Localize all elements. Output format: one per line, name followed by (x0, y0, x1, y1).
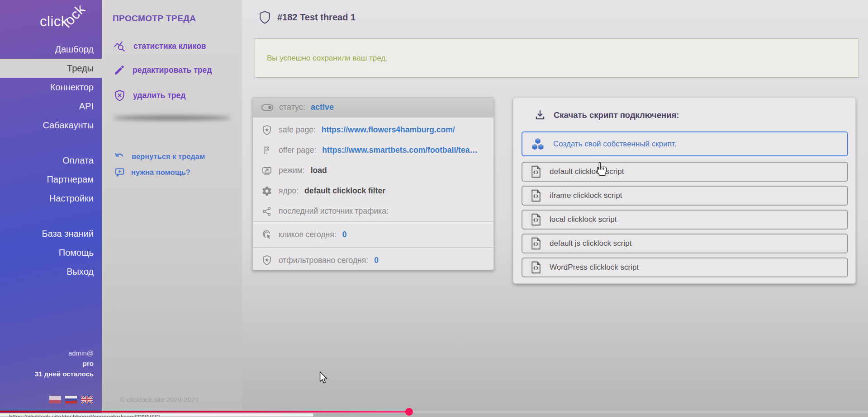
video-progress-handle[interactable] (405, 408, 413, 416)
uk-flag-icon[interactable] (81, 396, 93, 403)
sidebar-item-dashboard[interactable]: Дашборд (0, 40, 102, 59)
sidebar-item-connector[interactable]: Коннектор (0, 78, 102, 97)
gear-icon (261, 186, 273, 197)
account-email: admin@ (0, 348, 94, 358)
default-js-clicklock-script-button[interactable]: default js clicklock script (522, 234, 848, 253)
account-info: admin@ pro 31 дней осталось (0, 348, 102, 379)
delete-thread-label: удалить тред (133, 91, 185, 100)
language-switcher (49, 396, 93, 403)
safe-page-row: safe page: https://www.flowers4hamburg.c… (253, 120, 493, 140)
default-js-clicklock-script-label: default js clicklock script (550, 239, 631, 248)
iframe-clicklock-script-label: iframe clicklock script (550, 191, 622, 200)
status-header: статус: active (253, 98, 493, 117)
sidebar-item-logout[interactable]: Выход (0, 262, 102, 281)
menu-divider-shadow (113, 116, 231, 120)
status-info-rows: safe page: https://www.flowers4hamburg.c… (253, 117, 493, 221)
local-clicklock-script-button[interactable]: local clicklock script (522, 210, 848, 230)
need-help-link[interactable]: нужна помощь? (114, 167, 190, 178)
main-content: #182 Test thread 1 Вы успешно сохранили … (242, 0, 868, 417)
shield-star-icon (261, 125, 273, 136)
video-progress-remaining[interactable] (409, 411, 868, 412)
wordpress-clicklock-script-button[interactable]: WordPress clicklock script (522, 258, 848, 277)
create-own-script-label: Создать свой собственный скрипт. (553, 140, 677, 149)
shield-star-icon (261, 255, 273, 266)
clicklock-logo[interactable]: clicklock (40, 14, 94, 30)
offer-page-row: offer page: https://www.smartbets.com/fo… (253, 140, 493, 160)
account-days-left: 31 дней осталось (0, 369, 94, 379)
sidebar-item-subaccounts[interactable]: Сабакаунты (0, 116, 102, 135)
offer-page-link[interactable]: https://www.smartbets.com/football/tea… (322, 145, 478, 155)
back-to-threads-link[interactable]: вернуться к тредам (114, 151, 205, 162)
success-alert-text: Вы успешно сохранили ваш тред. (267, 54, 388, 63)
sidebar-item-knowledge-base[interactable]: База знаний (0, 224, 102, 243)
wordpress-clicklock-script-label: WordPress clicklock script (550, 263, 639, 272)
click-stats-button[interactable]: статистика кликов (114, 40, 206, 52)
delete-thread-button[interactable]: удалить тред (114, 89, 185, 102)
edit-thread-button[interactable]: редактировать тред (114, 64, 212, 76)
default-clicklock-script-label: default clicklock script (550, 167, 624, 176)
core-value: default clicklock filter (304, 186, 385, 196)
sidebar-nav: Дашборд Треды Коннектор API Сабакаунты О… (0, 40, 102, 281)
sidebar-item-settings[interactable]: Настройки (0, 189, 102, 208)
copyright-footer: © clicklock.site 2020-2021 (120, 396, 199, 403)
share-icon (261, 206, 273, 216)
sidebar-item-threads[interactable]: Треды (0, 59, 102, 78)
sidebar-item-help[interactable]: Помощь (0, 243, 102, 262)
status-label: статус: (279, 103, 305, 112)
clicklock-dashboard: clicklock Дашборд Треды Коннектор API Са… (0, 0, 868, 417)
offer-page-label: offer page: (279, 145, 316, 155)
file-code-icon (531, 165, 541, 178)
download-scripts-header: Скачать скрипт подключения: (534, 109, 679, 121)
download-scripts-title: Скачать скрипт подключения: (554, 110, 679, 120)
download-scripts-card: Скачать скрипт подключения: Создать свой… (513, 97, 856, 284)
mode-row: режим: load (253, 160, 493, 181)
video-progress-played[interactable] (0, 411, 409, 412)
create-own-script-button[interactable]: Создать свой собственный скрипт. (522, 131, 848, 156)
download-icon (534, 109, 546, 121)
poland-flag-icon[interactable] (49, 396, 61, 403)
file-code-icon (531, 189, 541, 202)
status-value: active (311, 103, 334, 112)
file-code-icon (531, 261, 541, 274)
sidebar-item-payment[interactable]: Оплата (0, 151, 102, 170)
filtered-today-row: отфильтровано сегодня: 0 (253, 247, 493, 270)
clicks-today-row: кликов сегодня: 0 (253, 221, 493, 247)
filtered-today-label: отфильтровано сегодня: (279, 256, 368, 265)
status-bar-url-text: https://clicklock.site/dashboard/connect… (9, 413, 160, 417)
back-to-threads-label: вернуться к тредам (132, 152, 205, 161)
sidebar-item-api[interactable]: API (0, 97, 102, 116)
account-plan: pro (0, 358, 94, 369)
core-label: ядро: (279, 186, 299, 196)
screen-arrow-icon (261, 165, 273, 176)
cubes-icon (531, 137, 545, 151)
iframe-clicklock-script-button[interactable]: iframe clicklock script (522, 186, 848, 206)
stats-icon (114, 40, 126, 52)
russia-flag-icon[interactable] (65, 396, 77, 403)
thread-menu-panel: ПРОСМОТР ТРЕДА статистика кликов редакти… (102, 0, 242, 417)
safe-page-label: safe page: (279, 125, 316, 135)
local-clicklock-script-label: local clicklock script (550, 215, 617, 224)
toggle-icon (261, 103, 274, 112)
core-row: ядро: default clicklock filter (253, 181, 493, 201)
pencil-icon (114, 64, 125, 76)
file-code-icon (531, 237, 541, 250)
safe-page-link[interactable]: https://www.flowers4hamburg.com/ (322, 125, 455, 135)
sidebar-item-partners[interactable]: Партнерам (0, 170, 102, 189)
page-title-text: #182 Test thread 1 (277, 12, 356, 23)
shield-x-icon (114, 89, 126, 102)
click-icon (261, 229, 273, 240)
clicks-today-value: 0 (342, 230, 347, 239)
edit-thread-label: редактировать тред (133, 66, 212, 75)
comment-plus-icon (114, 167, 125, 178)
undo-icon (114, 151, 125, 162)
flag-icon (261, 145, 273, 156)
need-help-label: нужна помощь? (131, 168, 190, 177)
sidebar: clicklock Дашборд Треды Коннектор API Са… (0, 0, 102, 417)
clicks-today-label: кликов сегодня: (279, 230, 337, 239)
shield-icon (259, 11, 270, 24)
last-traffic-source-row: последний источник трафика: (253, 201, 493, 221)
default-clicklock-script-button[interactable]: default clicklock script (522, 162, 848, 182)
page-title: #182 Test thread 1 (259, 11, 356, 24)
mode-label: режим: (279, 166, 305, 175)
thread-status-card: статус: active safe page: https://www.fl… (252, 97, 494, 270)
